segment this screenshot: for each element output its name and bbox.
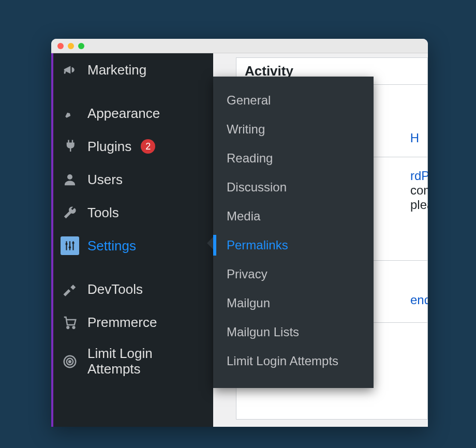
sidebar-item-label: Plugins xyxy=(87,139,131,155)
window-minimize-button[interactable] xyxy=(68,43,74,49)
sidebar-item-premmerce[interactable]: Premmerce xyxy=(53,306,213,339)
submenu-item-mailgun-lists[interactable]: Mailgun Lists xyxy=(213,318,374,347)
window-titlebar xyxy=(51,39,428,53)
settings-submenu: General Writing Reading Discussion Media… xyxy=(213,77,374,388)
window-close-button[interactable] xyxy=(57,43,64,49)
submenu-item-privacy[interactable]: Privacy xyxy=(213,260,374,289)
megaphone-icon xyxy=(61,61,79,79)
svg-point-5 xyxy=(69,246,71,248)
panel-text: pleas xyxy=(410,198,428,212)
sidebar-item-label: Marketing xyxy=(87,62,146,78)
fingerprint-icon xyxy=(61,352,79,371)
plug-icon xyxy=(61,137,79,156)
svg-rect-2 xyxy=(69,241,70,250)
submenu-item-limit-login[interactable]: Limit Login Attempts xyxy=(213,347,374,376)
submenu-item-discussion[interactable]: Discussion xyxy=(213,173,374,202)
sidebar-item-limit-login[interactable]: Limit LoginAttempts xyxy=(53,339,213,384)
plugins-update-badge: 2 xyxy=(141,139,155,154)
svg-rect-1 xyxy=(66,241,67,250)
sidebar-item-label: Tools xyxy=(87,205,119,221)
sidebar-item-label: Appearance xyxy=(87,106,160,122)
svg-point-8 xyxy=(73,326,75,328)
brush-icon xyxy=(61,104,79,123)
submenu-item-reading[interactable]: Reading xyxy=(213,144,374,173)
submenu-item-writing[interactable]: Writing xyxy=(213,115,374,144)
sidebar-item-users[interactable]: Users xyxy=(53,163,213,196)
svg-point-7 xyxy=(67,326,69,328)
panel-link[interactable]: ending xyxy=(410,293,428,307)
panel-text: comm xyxy=(410,183,428,197)
admin-sidebar: Marketing Appearance Plugins 2 xyxy=(51,53,213,427)
sidebar-item-label: DevTools xyxy=(87,281,143,297)
hammer-icon xyxy=(61,280,79,298)
window-zoom-button[interactable] xyxy=(78,43,84,49)
sidebar-item-label: Limit LoginAttempts xyxy=(87,346,153,377)
user-icon xyxy=(61,170,79,189)
svg-point-6 xyxy=(72,242,74,244)
panel-link[interactable]: H xyxy=(410,131,419,145)
sidebar-item-settings[interactable]: Settings xyxy=(53,229,213,262)
content-wrap: Marketing Appearance Plugins 2 xyxy=(51,53,428,427)
app-window: Marketing Appearance Plugins 2 xyxy=(51,39,428,427)
sidebar-item-label: Settings xyxy=(87,238,136,254)
sidebar-item-plugins[interactable]: Plugins 2 xyxy=(53,130,213,163)
svg-point-11 xyxy=(69,361,71,363)
svg-point-0 xyxy=(67,174,72,180)
submenu-item-mailgun[interactable]: Mailgun xyxy=(213,289,374,318)
sidebar-item-marketing[interactable]: Marketing xyxy=(53,53,213,86)
sidebar-item-label: Users xyxy=(87,172,123,188)
submenu-item-media[interactable]: Media xyxy=(213,202,374,231)
panel-link[interactable]: rdPres xyxy=(410,169,428,183)
sidebar-item-appearance[interactable]: Appearance xyxy=(53,97,213,130)
sidebar-item-label: Premmerce xyxy=(87,315,157,331)
wrench-icon xyxy=(61,203,79,222)
sliders-icon xyxy=(61,236,79,255)
cart-icon xyxy=(61,313,79,332)
sidebar-item-tools[interactable]: Tools xyxy=(53,196,213,229)
flyout-arrow xyxy=(207,237,213,249)
submenu-item-permalinks[interactable]: Permalinks xyxy=(213,231,374,260)
sidebar-item-devtools[interactable]: DevTools xyxy=(53,273,213,306)
svg-point-4 xyxy=(65,243,67,245)
submenu-item-general[interactable]: General xyxy=(213,86,374,115)
